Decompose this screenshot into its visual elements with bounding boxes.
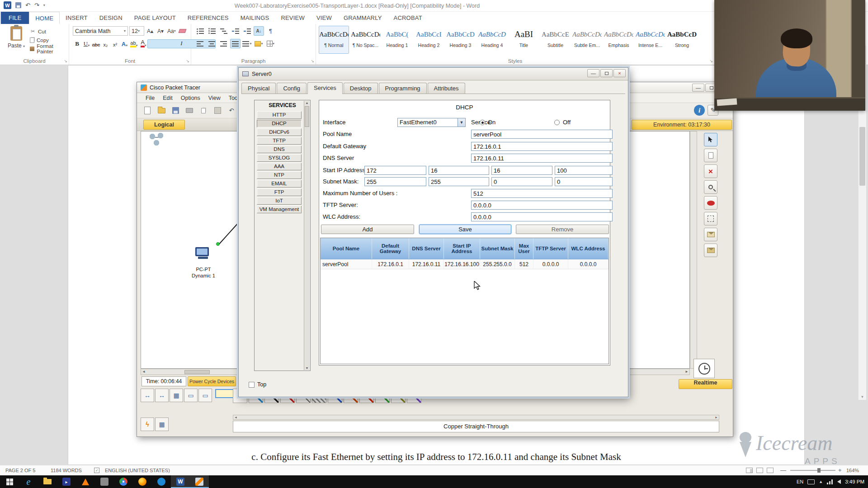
language-button[interactable]: EN bbox=[797, 479, 803, 484]
start-ip-octet-4[interactable] bbox=[555, 166, 613, 175]
multilevel-list-button[interactable] bbox=[218, 26, 229, 36]
clipboard-dialog-launcher[interactable]: ↘ bbox=[64, 59, 67, 63]
show-hidden-icons[interactable]: ▲ bbox=[819, 479, 823, 484]
ribbon-tab[interactable]: REFERENCES bbox=[182, 12, 235, 24]
service-on-radio[interactable] bbox=[480, 120, 485, 125]
scrollbar-thumb[interactable] bbox=[305, 106, 309, 127]
word-count[interactable]: 1184 WORDS bbox=[51, 465, 82, 475]
language-indicator[interactable]: ENGLISH (UNITED STATES) bbox=[105, 465, 170, 475]
scroll-left-icon[interactable]: ◄ bbox=[142, 369, 146, 375]
paste-tool-button[interactable] bbox=[212, 105, 223, 117]
network-icon[interactable] bbox=[827, 479, 833, 484]
add-complex-pdu-button[interactable] bbox=[704, 244, 717, 257]
environment-indicator[interactable]: Environment: 03:17:30 bbox=[632, 120, 732, 130]
table-header-cell[interactable]: Subnet Mask bbox=[480, 238, 515, 259]
cut-button[interactable]: ✂Cut bbox=[30, 27, 69, 36]
table-header-cell[interactable]: Pool Name bbox=[321, 238, 372, 259]
shading-button[interactable]: ▾ bbox=[254, 39, 264, 48]
dialog-close-button[interactable]: × bbox=[613, 69, 626, 77]
increase-indent-button[interactable] bbox=[242, 26, 252, 36]
copy-tool-button[interactable] bbox=[198, 105, 209, 117]
service-item-button[interactable]: HTTP bbox=[257, 111, 302, 119]
service-item-button[interactable]: EMAIL bbox=[257, 180, 302, 188]
logical-view-tab[interactable]: Logical bbox=[143, 120, 185, 130]
taskbar-app[interactable] bbox=[95, 475, 114, 488]
borders-button[interactable]: ▾ bbox=[265, 39, 276, 48]
format-painter-button[interactable]: Format Painter bbox=[30, 44, 69, 53]
wlc-address-input[interactable] bbox=[471, 212, 613, 221]
ribbon-tab[interactable]: FILE bbox=[1, 12, 29, 24]
style-card[interactable]: AaBbCcD Heading 4 bbox=[477, 26, 507, 54]
align-left-button[interactable] bbox=[195, 39, 205, 48]
select-tool-button[interactable] bbox=[704, 133, 717, 146]
styles-dialog-launcher[interactable]: ↘ bbox=[709, 59, 713, 63]
scrollbar-thumb[interactable] bbox=[184, 370, 210, 374]
device-category-icon[interactable]: ▦ bbox=[170, 389, 183, 402]
style-card[interactable]: AaBbCcDc Emphasis bbox=[604, 26, 634, 54]
style-card[interactable]: AaBbCcDc ¶ No Spac... bbox=[350, 26, 381, 54]
volume-icon[interactable] bbox=[837, 479, 841, 484]
pt-menu-item[interactable]: File bbox=[142, 93, 159, 103]
top-checkbox[interactable] bbox=[249, 382, 255, 388]
ribbon-tab[interactable]: VIEW bbox=[311, 12, 338, 24]
start-ip-octet-2[interactable] bbox=[429, 166, 489, 175]
chevron-down-icon[interactable]: ▼ bbox=[458, 118, 465, 127]
show-marks-button[interactable]: ¶ bbox=[265, 26, 276, 36]
save-file-button[interactable] bbox=[170, 105, 181, 117]
ribbon-tab[interactable]: INSERT bbox=[60, 12, 94, 24]
service-item-button[interactable]: DHCP bbox=[257, 120, 302, 127]
table-header-cell[interactable]: Start IP Address bbox=[444, 238, 480, 259]
tftp-server-input[interactable] bbox=[471, 201, 613, 210]
dialog-tab[interactable]: Config bbox=[277, 83, 307, 94]
add-button[interactable]: Add bbox=[321, 225, 414, 234]
default-gateway-input[interactable] bbox=[471, 142, 613, 151]
ribbon-tab[interactable]: MAILINGS bbox=[235, 12, 275, 24]
style-card[interactable]: AaBbCcDc Subtle Em... bbox=[572, 26, 602, 54]
touch-keyboard-icon[interactable] bbox=[807, 479, 815, 484]
scrollbar-thumb[interactable] bbox=[859, 127, 865, 186]
style-card[interactable]: AaBbCcDc Intense E... bbox=[635, 26, 665, 54]
service-item-button[interactable]: NTP bbox=[257, 171, 302, 179]
remove-button[interactable]: Remove bbox=[516, 225, 609, 234]
change-case-button[interactable]: Aa▾ bbox=[166, 26, 177, 36]
subnet-octet-1[interactable] bbox=[364, 177, 426, 186]
new-file-button[interactable] bbox=[142, 105, 153, 117]
align-right-button[interactable] bbox=[218, 39, 229, 48]
device-category-icon[interactable]: ↔ bbox=[155, 389, 169, 402]
highlight-button[interactable]: ab▾ bbox=[130, 39, 138, 48]
services-scrollbar[interactable]: ▲ ▼ bbox=[304, 101, 310, 370]
strikethrough-button[interactable]: abc bbox=[92, 39, 100, 48]
style-card[interactable]: AaBbCcD Heading 3 bbox=[445, 26, 476, 54]
connections-category-icon[interactable]: ϟ bbox=[141, 418, 154, 431]
resize-tool-button[interactable] bbox=[704, 212, 717, 225]
subnet-octet-3[interactable] bbox=[491, 177, 552, 186]
style-card[interactable]: AaBI Title bbox=[509, 26, 539, 54]
service-item-button[interactable]: AAA bbox=[257, 163, 302, 170]
pt-menu-item[interactable]: View bbox=[204, 93, 225, 103]
canvas-vertical-scrollbar[interactable] bbox=[690, 131, 697, 369]
align-center-button[interactable] bbox=[207, 39, 217, 48]
service-item-button[interactable]: TFTP bbox=[257, 137, 302, 145]
clock[interactable]: 3:49 PM bbox=[845, 479, 864, 484]
style-card[interactable]: AaBbCcDc Strong bbox=[667, 26, 697, 54]
connection-scrollbar[interactable]: ◄► bbox=[233, 415, 719, 420]
font-name-select[interactable]: Cambria Math▾ bbox=[73, 26, 128, 36]
style-card[interactable]: AaBbCcDc ¶ Normal bbox=[319, 26, 349, 54]
dialog-tab[interactable]: Programming bbox=[379, 83, 427, 94]
paste-button[interactable]: Paste ▾ bbox=[5, 26, 28, 59]
style-card[interactable]: AaBbCcI Heading 2 bbox=[414, 26, 444, 54]
start-ip-octet-1[interactable] bbox=[364, 166, 426, 175]
dialog-tab[interactable]: Desktop bbox=[344, 83, 378, 94]
subnet-octet-2[interactable] bbox=[429, 177, 489, 186]
max-users-input[interactable] bbox=[471, 189, 613, 198]
dialog-tab[interactable]: Services bbox=[307, 82, 343, 94]
cluster-icon[interactable] bbox=[148, 132, 165, 148]
scroll-up-icon[interactable]: ▲ bbox=[304, 101, 310, 104]
style-card[interactable]: AaBbCcE Subtitle bbox=[540, 26, 571, 54]
service-item-button[interactable]: SYSLOG bbox=[257, 154, 302, 162]
subscript-button[interactable]: x₂ bbox=[101, 39, 110, 48]
scroll-right-icon[interactable]: ► bbox=[685, 369, 689, 375]
taskbar-media-player[interactable]: ▸ bbox=[57, 475, 76, 488]
table-header-cell[interactable]: WLC Address bbox=[568, 238, 609, 259]
table-header-cell[interactable]: Default Gateway bbox=[372, 238, 409, 259]
